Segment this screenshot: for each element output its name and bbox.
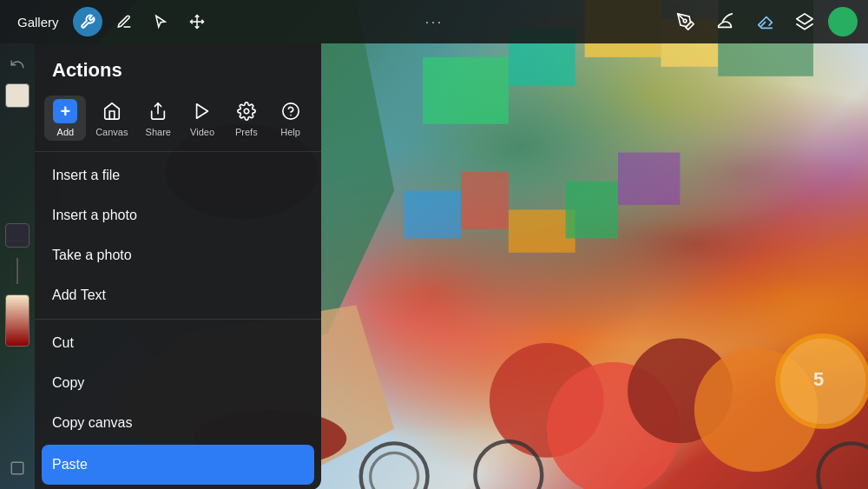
toolbar-left: Gallery	[10, 7, 212, 36]
actions-tabs: + Add Canvas Share	[35, 92, 321, 152]
svg-rect-18	[618, 153, 680, 205]
video-tab-icon	[190, 99, 214, 123]
square-tool[interactable]	[3, 454, 31, 482]
tab-share-label: Share	[146, 127, 171, 137]
share-tab-icon	[146, 99, 170, 123]
svg-marker-33	[197, 104, 208, 119]
svg-rect-31	[11, 462, 23, 474]
svg-rect-14	[404, 190, 461, 238]
tab-add[interactable]: + Add	[44, 96, 86, 141]
color-swatch-gradient[interactable]	[5, 294, 30, 347]
svg-text:5: 5	[813, 368, 824, 390]
svg-point-35	[282, 103, 298, 119]
svg-rect-17	[566, 182, 618, 239]
take-photo-item[interactable]: Take a photo	[35, 235, 321, 275]
svg-marker-30	[797, 14, 812, 24]
cut-item[interactable]: Cut	[35, 323, 321, 363]
tab-canvas-label: Canvas	[95, 127, 128, 137]
actions-menu: Insert a file Insert a photo Take a phot…	[35, 152, 321, 489]
selection-icon-button[interactable]	[146, 7, 175, 36]
user-avatar[interactable]	[828, 7, 858, 36]
toolbar-right	[670, 6, 858, 37]
toolbar-middle: ···	[424, 13, 443, 31]
svg-point-29	[683, 19, 687, 23]
svg-rect-15	[461, 172, 509, 229]
tab-prefs-label: Prefs	[235, 127, 258, 137]
color-swatch-dark[interactable]	[5, 223, 30, 248]
svg-point-34	[244, 109, 249, 114]
add-text-item[interactable]: Add Text	[35, 275, 321, 315]
insert-file-item[interactable]: Insert a file	[35, 155, 321, 195]
tab-prefs[interactable]: Prefs	[226, 96, 267, 141]
undo-button[interactable]	[3, 50, 31, 78]
eraser-button[interactable]	[750, 6, 781, 37]
top-toolbar: Gallery ···	[0, 0, 868, 43]
tab-video[interactable]: Video	[181, 96, 223, 141]
prefs-tab-icon	[234, 99, 259, 123]
insert-photo-item[interactable]: Insert a photo	[35, 195, 321, 235]
tab-add-label: Add	[57, 127, 75, 137]
actions-title: Actions	[35, 43, 321, 92]
tab-help[interactable]: Help	[270, 96, 312, 141]
copy-item[interactable]: Copy	[35, 363, 321, 403]
copy-canvas-item[interactable]: Copy canvas	[35, 403, 321, 443]
menu-divider-1	[35, 319, 321, 320]
modify-icon-button[interactable]	[109, 7, 139, 36]
pen-brush-button[interactable]	[670, 6, 701, 37]
color-swatch-white[interactable]	[5, 83, 30, 108]
paste-item[interactable]: Paste	[42, 445, 314, 485]
gallery-button[interactable]: Gallery	[10, 11, 66, 33]
tab-share[interactable]: Share	[137, 96, 179, 141]
svg-rect-16	[509, 209, 575, 252]
smudge-brush-button[interactable]	[710, 6, 741, 37]
left-sidebar	[0, 43, 35, 489]
more-options-button[interactable]: ···	[424, 13, 443, 31]
svg-point-24	[819, 443, 868, 489]
tab-video-label: Video	[190, 127, 214, 137]
svg-point-22	[371, 453, 418, 489]
help-tab-icon	[279, 99, 303, 123]
layers-button[interactable]	[790, 7, 819, 36]
svg-point-23	[475, 441, 542, 489]
canvas-tab-icon	[100, 99, 124, 123]
svg-rect-7	[423, 57, 509, 124]
wrench-icon-button[interactable]	[73, 7, 102, 36]
transform-icon-button[interactable]	[182, 7, 212, 36]
actions-panel: Actions + Add Canvas	[35, 43, 321, 489]
tab-canvas[interactable]: Canvas	[89, 96, 135, 141]
add-tab-icon: +	[53, 99, 77, 123]
tab-help-label: Help	[280, 127, 300, 137]
